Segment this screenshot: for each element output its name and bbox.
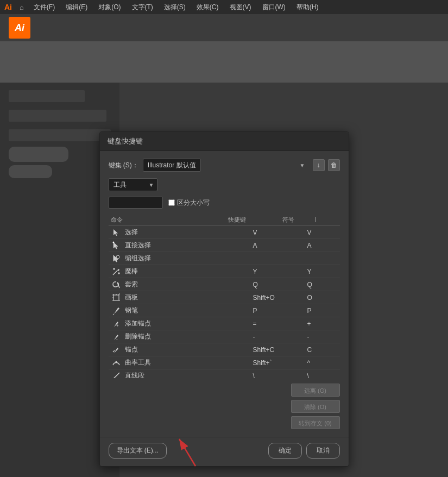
cmd-text-wand: 魔棒 bbox=[125, 267, 253, 276]
svg-point-7 bbox=[113, 268, 115, 269]
keyset-icons: ↓ 🗑 bbox=[313, 159, 340, 171]
table-row[interactable]: 直接选择 A A bbox=[109, 239, 340, 252]
sym-artboard: O bbox=[307, 294, 340, 302]
case-sensitive-label: 区分大小写 bbox=[168, 198, 210, 208]
case-sensitive-text: 区分大小写 bbox=[177, 198, 210, 208]
keyset-select[interactable]: Illustrator 默认值 bbox=[143, 159, 201, 172]
table-row[interactable]: 选择 V V bbox=[109, 226, 340, 239]
keyset-delete-icon[interactable]: 🗑 bbox=[328, 159, 340, 171]
cmd-text-del-anchor: 删除锚点 bbox=[125, 332, 253, 341]
key-anchor: Shift+C bbox=[253, 346, 307, 354]
menu-object[interactable]: 对象(O) bbox=[94, 2, 125, 13]
cmd-text-add-anchor: 添加锚点 bbox=[125, 319, 253, 328]
shortcuts-table-scroll[interactable]: 选择 V V 直接选择 A A 编组选择 bbox=[109, 226, 340, 378]
search-input[interactable] bbox=[109, 197, 163, 209]
sym-add-anchor: + bbox=[307, 320, 340, 328]
key-add-anchor: = bbox=[253, 320, 307, 328]
cmd-text-anchor: 锚点 bbox=[125, 345, 253, 354]
cmd-text-artboard: 画板 bbox=[125, 293, 253, 302]
anchor-icon bbox=[111, 346, 122, 354]
cursor-icon bbox=[111, 228, 122, 237]
svg-marker-0 bbox=[113, 229, 118, 236]
table-row[interactable]: 曲率工具 Shift+` ^ bbox=[109, 356, 340, 369]
tool-select-wrapper: 工具 ▼ bbox=[109, 178, 157, 191]
menu-help[interactable]: 帮助(H) bbox=[292, 2, 323, 13]
key-wand: Y bbox=[253, 268, 307, 275]
svg-marker-6 bbox=[117, 269, 119, 271]
pen-icon bbox=[111, 306, 122, 315]
lasso-icon bbox=[111, 280, 122, 289]
menu-view[interactable]: 视图(V) bbox=[225, 2, 256, 13]
svg-text:-: - bbox=[116, 336, 118, 341]
magic-wand-icon bbox=[111, 267, 122, 276]
artboard-icon bbox=[111, 293, 122, 302]
ok-button[interactable]: 确定 bbox=[268, 443, 302, 459]
search-row: ρ 区分大小写 bbox=[109, 197, 340, 209]
menu-text[interactable]: 文字(T) bbox=[128, 2, 157, 13]
tool-row: 工具 ▼ bbox=[109, 178, 340, 191]
home-icon[interactable]: ⌂ bbox=[16, 2, 27, 12]
svg-point-8 bbox=[118, 273, 119, 274]
key-line: \ bbox=[253, 372, 307, 379]
key-pen: P bbox=[253, 307, 307, 315]
svg-point-4 bbox=[116, 255, 119, 259]
curvature-icon bbox=[111, 359, 122, 367]
table-row[interactable]: 套索 Q Q bbox=[109, 278, 340, 291]
cmd-text-select: 选择 bbox=[125, 228, 253, 237]
key-curvature: Shift+` bbox=[253, 359, 307, 367]
sym-wand: Y bbox=[307, 268, 340, 275]
svg-line-5 bbox=[113, 271, 117, 275]
table-row[interactable]: 直线段 \ \ bbox=[109, 369, 340, 378]
keyset-select-wrapper: Illustrator 默认值 ▼ bbox=[143, 159, 308, 172]
dialog-title-bar: 键盘快捷键 bbox=[100, 132, 349, 151]
menu-file[interactable]: 文件(F) bbox=[29, 2, 59, 13]
side-buttons: 远离 (G) 清除 (O) 转到存文 (0) bbox=[109, 384, 340, 429]
menu-select[interactable]: 选择(S) bbox=[160, 2, 190, 13]
sym-anchor: C bbox=[307, 346, 340, 354]
menu-bar: Ai ⌂ 文件(F) 编辑(E) 对象(O) 文字(T) 选择(S) 效果(C)… bbox=[0, 0, 448, 14]
svg-marker-1 bbox=[113, 242, 118, 249]
table-row[interactable]: - 删除锚点 - - bbox=[109, 330, 340, 343]
keyset-label: 键集 (S)： bbox=[109, 161, 138, 170]
col-header-sym: 符号 bbox=[282, 216, 315, 224]
svg-text:+: + bbox=[116, 323, 119, 328]
table-row[interactable]: 画板 Shift+O O bbox=[109, 291, 340, 304]
svg-line-18 bbox=[113, 314, 114, 315]
save-text-button: 转到存文 (0) bbox=[291, 416, 340, 429]
export-text-button[interactable]: 导出文本 (E)... bbox=[109, 443, 167, 459]
key-direct: A bbox=[253, 242, 307, 249]
menu-window[interactable]: 窗口(W) bbox=[258, 2, 290, 13]
cmd-text-line: 直线段 bbox=[125, 371, 253, 378]
cmd-text-pen: 钢笔 bbox=[125, 306, 253, 315]
table-row[interactable]: 锚点 Shift+C C bbox=[109, 343, 340, 356]
tool-select[interactable]: 工具 bbox=[109, 178, 157, 191]
cmd-text-curvature: 曲率工具 bbox=[125, 358, 253, 367]
col-header-extra: | bbox=[315, 216, 326, 224]
table-row[interactable]: 钢笔 P P bbox=[109, 304, 340, 317]
svg-point-21 bbox=[115, 361, 117, 362]
ai-logo-box: Ai bbox=[9, 17, 30, 39]
keyset-dropdown-arrow: ▼ bbox=[300, 162, 305, 168]
table-row[interactable]: + 添加锚点 = + bbox=[109, 317, 340, 330]
dialog-title: 键盘快捷键 bbox=[108, 136, 143, 146]
sym-direct: A bbox=[307, 242, 340, 249]
sym-lasso: Q bbox=[307, 281, 340, 288]
delete-anchor-icon: - bbox=[111, 332, 122, 341]
cancel-button[interactable]: 取消 bbox=[306, 443, 340, 459]
key-lasso: Q bbox=[253, 281, 307, 288]
keyset-save-icon[interactable]: ↓ bbox=[313, 159, 325, 171]
dialog-body: 键集 (S)： Illustrator 默认值 ▼ ↓ 🗑 bbox=[100, 151, 349, 437]
key-del-anchor: - bbox=[253, 333, 307, 341]
remove-button: 远离 (G) bbox=[291, 384, 340, 397]
clear-button: 清除 (O) bbox=[291, 400, 340, 413]
svg-rect-9 bbox=[113, 295, 119, 300]
svg-line-22 bbox=[113, 373, 119, 379]
menu-edit[interactable]: 编辑(E) bbox=[61, 2, 92, 13]
table-row[interactable]: 编组选择 bbox=[109, 252, 340, 265]
case-sensitive-checkbox[interactable] bbox=[168, 199, 175, 206]
table-row[interactable]: 魔棒 Y Y bbox=[109, 265, 340, 278]
table-header: 命令 快捷键 符号 | bbox=[109, 214, 340, 226]
line-icon bbox=[111, 372, 122, 379]
menu-effect[interactable]: 效果(C) bbox=[192, 2, 223, 13]
cmd-text-group: 编组选择 bbox=[125, 254, 253, 263]
